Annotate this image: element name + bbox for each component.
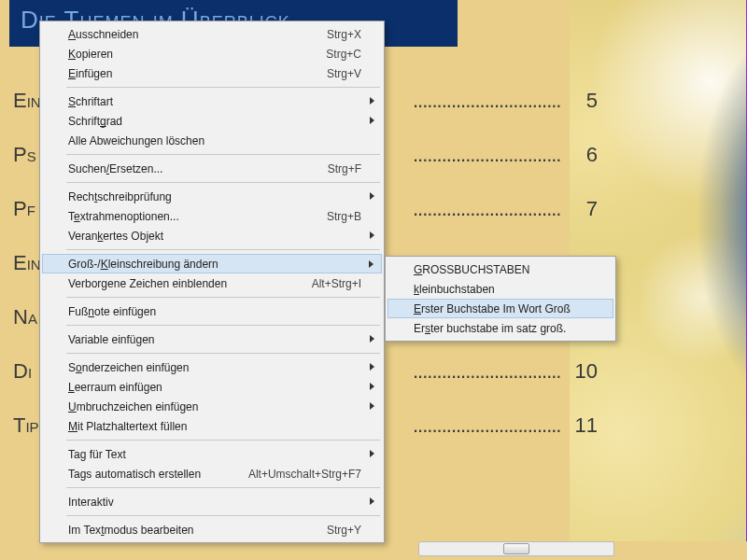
menu-item-shortcut: Strg+V — [327, 67, 361, 80]
submenu-arrow-icon — [370, 192, 374, 200]
menu-item-label: Im Textmodus bearbeiten — [68, 524, 316, 537]
menu-item-leerraum-einf-gen[interactable]: Leerraum einfügen — [42, 377, 382, 397]
menu-item-suchen-ersetzen[interactable]: Suchen/Ersetzen...Strg+F — [42, 159, 382, 178]
toc-label: Pf — [13, 197, 41, 221]
menu-item-label: Ausschneiden — [68, 28, 316, 41]
menu-item-label: Schriftart — [68, 95, 361, 108]
toc-label: Na — [13, 305, 41, 329]
menu-item-rechtschreibpr-fung[interactable]: Rechtschreibprüfung — [42, 187, 382, 206]
menu-item-interaktiv[interactable]: Interaktiv — [42, 492, 382, 511]
menu-separator — [66, 440, 380, 441]
scrollbar-thumb[interactable] — [503, 543, 529, 554]
toc-page-number: 6 — [570, 143, 598, 167]
menu-item-schriftgrad[interactable]: Schriftgrad — [42, 111, 382, 131]
menu-item-label: Rechtschreibprüfung — [68, 190, 361, 203]
submenu-arrow-icon — [370, 335, 374, 343]
menu-item-variable-einf-gen[interactable]: Variable einfügen — [42, 329, 382, 349]
menu-separator — [66, 297, 380, 298]
menu-separator — [66, 154, 380, 155]
menu-item-mit-platzhaltertext-f-llen[interactable]: Mit Platzhaltertext füllen — [42, 416, 382, 436]
menu-item-label: Sonderzeichen einfügen — [68, 361, 361, 374]
menu-item-kopieren[interactable]: KopierenStrg+C — [42, 44, 382, 63]
toc-page-number: 5 — [570, 89, 598, 113]
menu-item-label: Groß-/Kleinschreibung ändern — [68, 258, 361, 271]
menu-item-label: Einfügen — [68, 67, 316, 80]
menu-item-textrahmenoptionen[interactable]: Textrahmenoptionen...Strg+B — [42, 206, 382, 226]
menu-item-shortcut: Strg+Y — [327, 524, 361, 537]
context-submenu-case[interactable]: GROSSBUCHSTABENkleinbuchstabenErster Buc… — [385, 256, 616, 342]
menu-item-fu-note-einf-gen[interactable]: Fußnote einfügen — [42, 301, 382, 321]
menu-item-label: Suchen/Ersetzen... — [68, 162, 317, 175]
menu-item-sonderzeichen-einf-gen[interactable]: Sonderzeichen einfügen — [42, 357, 382, 377]
submenu-arrow-icon — [370, 363, 374, 371]
submenu-arrow-icon — [370, 450, 374, 457]
submenu-arrow-icon — [370, 402, 374, 410]
toc-dots: ....................................... — [413, 197, 562, 221]
menu-item-im-textmodus-bearbeiten[interactable]: Im Textmodus bearbeitenStrg+Y — [42, 520, 382, 539]
menu-item-shortcut: Alt+Strg+I — [312, 277, 361, 290]
toc-dots: ....................................... — [413, 89, 562, 113]
menu-item-tag-f-r-text[interactable]: Tag für Text — [42, 444, 382, 464]
menu-item-label: Interaktiv — [68, 496, 361, 509]
menu-item-umbruchzeichen-einf-gen[interactable]: Umbruchzeichen einfügen — [42, 397, 382, 416]
toc-page-number: 11 — [570, 413, 598, 438]
menu-item-verborgene-zeichen-einblenden[interactable]: Verborgene Zeichen einblendenAlt+Strg+I — [42, 273, 382, 293]
menu-item-label: Verankertes Objekt — [68, 230, 361, 243]
toc-label: Tip — [13, 413, 41, 438]
toc-page-number: 7 — [570, 197, 598, 221]
menu-item-gro-kleinschreibung-ndern[interactable]: Groß-/Kleinschreibung ändern — [42, 254, 382, 273]
toc-page-number: 10 — [570, 359, 598, 384]
menu-item-label: Erster Buchstabe Im Wort Groß — [414, 302, 593, 315]
context-menu[interactable]: AusschneidenStrg+XKopierenStrg+CEinfügen… — [39, 21, 385, 543]
menu-item-shortcut: Strg+F — [328, 162, 361, 175]
toc-dots: ....................................... — [413, 359, 562, 384]
menu-item-label: Erster buchstabe im satz groß. — [414, 322, 593, 335]
menu-item-label: Schriftgrad — [68, 115, 361, 128]
submenu-arrow-icon — [370, 231, 374, 239]
submenu-item-kleinbuchstaben[interactable]: kleinbuchstaben — [388, 279, 613, 299]
menu-item-label: Fußnote einfügen — [68, 305, 361, 318]
menu-item-shortcut: Alt+Umschalt+Strg+F7 — [248, 468, 361, 481]
menu-item-alle-abweichungen-l-schen[interactable]: Alle Abweichungen löschen — [42, 131, 382, 150]
toc-label: Ein — [13, 251, 41, 275]
menu-item-schriftart[interactable]: Schriftart — [42, 91, 382, 111]
menu-separator — [66, 87, 380, 88]
horizontal-scrollbar[interactable] — [418, 541, 614, 556]
toc-label: Di — [13, 359, 41, 384]
menu-item-label: Mit Platzhaltertext füllen — [68, 420, 361, 433]
menu-item-shortcut: Strg+B — [327, 210, 361, 223]
menu-item-label: GROSSBUCHSTABEN — [414, 263, 593, 276]
submenu-arrow-icon — [370, 497, 374, 505]
menu-item-label: kleinbuchstaben — [414, 283, 593, 296]
menu-item-label: Tags automatisch erstellen — [68, 468, 237, 481]
menu-separator — [66, 182, 380, 183]
menu-separator — [66, 325, 380, 326]
menu-item-ausschneiden[interactable]: AusschneidenStrg+X — [42, 24, 382, 44]
menu-separator — [66, 515, 380, 516]
toc-label: Ein — [13, 89, 41, 113]
menu-separator — [66, 487, 380, 488]
menu-item-shortcut: Strg+X — [327, 28, 361, 41]
menu-item-einf-gen[interactable]: EinfügenStrg+V — [42, 63, 382, 83]
submenu-item-grossbuchstaben[interactable]: GROSSBUCHSTABEN — [388, 259, 613, 279]
submenu-arrow-icon — [370, 97, 374, 105]
menu-item-label: Umbruchzeichen einfügen — [68, 400, 361, 413]
menu-item-verankertes-objekt[interactable]: Verankertes Objekt — [42, 226, 382, 245]
submenu-arrow-icon — [370, 383, 374, 390]
menu-item-shortcut: Strg+C — [326, 48, 361, 61]
menu-item-label: Textrahmenoptionen... — [68, 210, 316, 223]
menu-item-label: Tag für Text — [68, 448, 361, 461]
menu-item-label: Variable einfügen — [68, 333, 361, 346]
menu-item-label: Leerraum einfügen — [68, 381, 361, 394]
toc-dots: ....................................... — [413, 413, 562, 438]
submenu-item-erster-buchstabe-im-satz-gro[interactable]: Erster buchstabe im satz groß. — [388, 318, 613, 338]
menu-item-label: Kopieren — [68, 48, 315, 61]
menu-item-label: Alle Abweichungen löschen — [68, 134, 361, 147]
menu-item-tags-automatisch-erstellen[interactable]: Tags automatisch erstellenAlt+Umschalt+S… — [42, 464, 382, 483]
menu-separator — [66, 249, 380, 250]
toc-label: Ps — [13, 143, 41, 167]
submenu-item-erster-buchstabe-im-wort-gro[interactable]: Erster Buchstabe Im Wort Groß — [388, 299, 613, 318]
menu-item-label: Verborgene Zeichen einblenden — [68, 277, 301, 290]
toc-dots: ....................................... — [413, 143, 562, 167]
menu-separator — [66, 353, 380, 354]
